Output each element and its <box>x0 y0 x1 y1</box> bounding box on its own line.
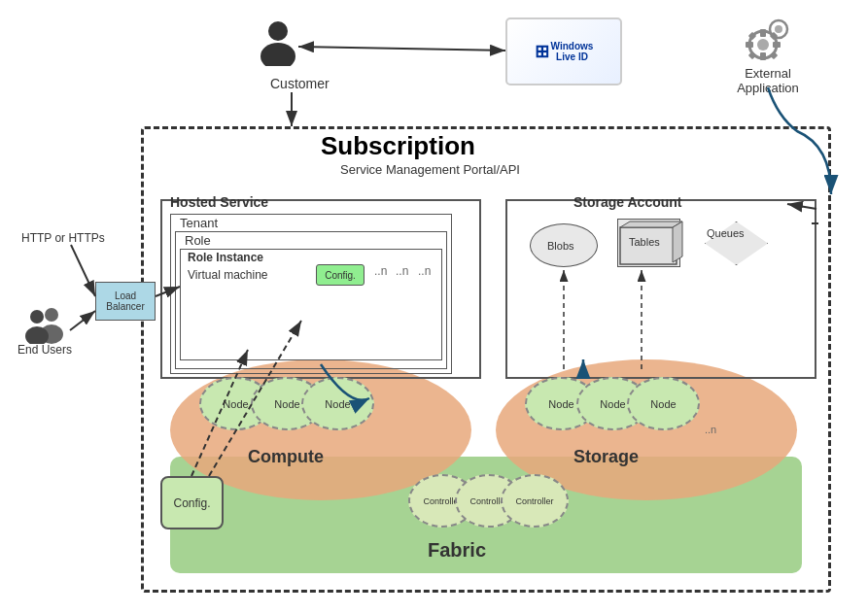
svg-rect-13 <box>748 51 756 59</box>
svg-point-4 <box>260 43 295 66</box>
storage-account-label: Storage Account <box>573 194 682 210</box>
role-instance-label: Role Instance <box>188 251 263 264</box>
external-app-label: External Application <box>724 66 812 95</box>
vm-label: Virtual machine <box>188 268 268 282</box>
load-balancer-label: Load Balancer <box>96 290 155 312</box>
role-label: Role <box>185 233 211 248</box>
svg-rect-7 <box>760 29 766 37</box>
svg-rect-12 <box>770 51 778 59</box>
svg-point-6 <box>757 39 769 51</box>
dotted-n3-label: ..n <box>418 264 431 278</box>
diagram: Fabric Compute Storage Subscription Serv… <box>0 0 868 614</box>
customer-icon <box>258 19 298 75</box>
svg-rect-8 <box>760 52 766 60</box>
dotted-n1-label: ..n <box>374 264 387 278</box>
blobs-label: Blobs <box>547 240 574 252</box>
config-cylinder-label: Config. <box>173 496 210 510</box>
http-label: HTTP or HTTPs <box>21 231 105 245</box>
svg-marker-1 <box>620 222 682 227</box>
svg-point-17 <box>45 308 58 322</box>
svg-marker-2 <box>673 222 682 262</box>
tenant-label: Tenant <box>180 216 218 230</box>
svg-line-25 <box>298 47 505 51</box>
svg-point-3 <box>268 21 288 41</box>
svg-rect-10 <box>773 42 781 48</box>
config-button: Config. <box>316 264 365 286</box>
config-cylinder: Config. <box>160 476 224 529</box>
windows-flag-icon: ⊞ <box>535 41 549 62</box>
windows-live-id-box: ⊞ WindowsLive ID <box>505 17 622 85</box>
service-mgmt-label: Service Management Portal/API <box>340 162 520 177</box>
svg-line-29 <box>70 311 95 330</box>
load-balancer: Load Balancer <box>95 282 156 321</box>
dotted-n2-label: ..n <box>396 264 408 278</box>
svg-point-19 <box>30 310 44 324</box>
controller-3: Controller <box>501 474 569 528</box>
config-button-label: Config. <box>325 270 356 281</box>
end-users-label: End Users <box>17 343 72 357</box>
node-storage-3: Node <box>627 377 700 430</box>
svg-rect-9 <box>746 42 753 48</box>
windows-live-id-label: WindowsLive ID <box>551 41 594 62</box>
subscription-title: Subscription <box>321 131 475 161</box>
customer-label: Customer <box>270 76 330 91</box>
queues-label: Queues <box>707 227 745 239</box>
svg-line-27 <box>71 245 95 296</box>
hosted-service-label: Hosted Service <box>170 194 268 210</box>
node-n-label: ..n <box>705 424 716 435</box>
tables-label: Tables <box>629 236 660 248</box>
node-compute-3: Node <box>301 377 374 430</box>
svg-point-16 <box>775 25 782 33</box>
